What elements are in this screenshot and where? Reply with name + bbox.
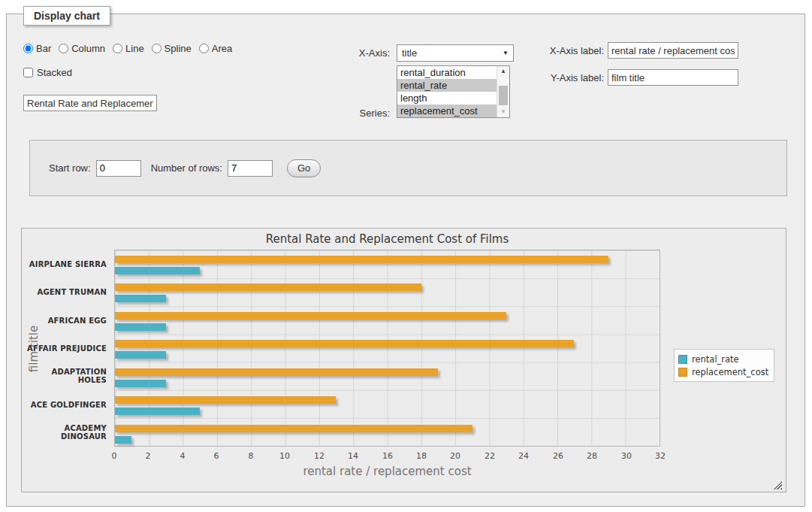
- radio-area[interactable]: [199, 44, 209, 53]
- bar-rental_rate: [115, 380, 166, 387]
- x-tick-label: 18: [416, 451, 427, 461]
- chart-type-label-line: Line: [125, 43, 144, 54]
- x-tick-label: 16: [382, 451, 393, 461]
- legend-label: rental_rate: [692, 354, 739, 365]
- category-label: ACE GOLDFINGER: [22, 401, 107, 409]
- chart-legend: rental_ratereplacement_cost: [674, 349, 774, 382]
- num-rows-label: Number of rows:: [151, 162, 222, 174]
- stacked-checkbox[interactable]: [23, 68, 33, 77]
- bar-rental_rate: [115, 436, 131, 444]
- series-option-rental_rate[interactable]: rental_rate: [397, 79, 497, 92]
- chart-title: Rental Rate and Replacement Cost of Film…: [114, 232, 660, 246]
- x-axis-label-text: X-Axis label:: [488, 45, 604, 56]
- y-axis-label-input[interactable]: [608, 69, 738, 86]
- x-tick-label: 30: [621, 451, 632, 461]
- x-tick-label: 26: [553, 451, 563, 461]
- rows-panel: Start row: Number of rows: Go: [29, 140, 787, 196]
- category-label: AIRPLANE SIERRA: [22, 260, 107, 268]
- scrollbar-thumb[interactable]: [499, 86, 508, 105]
- chart-type-option-area[interactable]: Area: [199, 43, 232, 54]
- bar-rental_rate: [115, 295, 166, 302]
- chart-type-label-spline: Spline: [165, 43, 192, 54]
- y-axis-label-text: Y-Axis label:: [488, 72, 604, 83]
- radio-bar[interactable]: [23, 44, 33, 53]
- start-row-label: Start row:: [49, 162, 91, 174]
- series-option-replacement_cost[interactable]: replacement_cost: [397, 105, 497, 117]
- bar-rental_rate: [115, 267, 200, 274]
- chart-type-label-bar: Bar: [36, 43, 51, 54]
- bar-replacement_cost: [115, 425, 472, 432]
- chart-type-option-line[interactable]: Line: [113, 43, 144, 54]
- x-tick-label: 0: [112, 451, 117, 461]
- page: Display chart BarColumnLineSplineArea St…: [0, 0, 812, 512]
- legend-swatch-rental_rate: [678, 355, 687, 364]
- bar-rental_rate: [115, 351, 166, 359]
- x-tick-label: 28: [587, 451, 597, 461]
- x-axis-select-label: X-Axis:: [337, 47, 390, 59]
- chart-type-option-bar[interactable]: Bar: [23, 43, 51, 54]
- category-label: AFFAIR PREJUDICE: [22, 344, 107, 353]
- legend-entry-rental_rate: rental_rate: [678, 353, 768, 365]
- chart-panel: Rental Rate and Replacement Cost of Film…: [21, 228, 786, 492]
- legend-entry-replacement_cost: replacement_cost: [678, 365, 768, 378]
- x-tick-label: 8: [249, 451, 254, 461]
- chart-type-label-column: Column: [71, 43, 105, 54]
- resize-handle-icon[interactable]: [774, 481, 782, 489]
- series-options: rental_durationrental_ratelengthreplacem…: [397, 66, 497, 117]
- x-tick-label: 20: [450, 451, 460, 461]
- num-rows-input[interactable]: [228, 160, 273, 177]
- x-tick-label: 14: [348, 451, 358, 461]
- bar-rental_rate: [115, 407, 200, 415]
- chart-type-option-spline[interactable]: Spline: [152, 43, 192, 54]
- series-option-length[interactable]: length: [397, 92, 497, 105]
- x-tick-label: 24: [518, 451, 529, 461]
- x-tick-label: 6: [214, 451, 219, 461]
- series-list-label: Series:: [337, 108, 390, 119]
- fieldset-legend: Display chart: [23, 6, 110, 26]
- display-chart-fieldset: Display chart BarColumnLineSplineArea St…: [6, 14, 805, 507]
- bar-replacement_cost: [115, 283, 421, 291]
- bar-replacement_cost: [115, 368, 438, 376]
- scroll-down-icon[interactable]: ▼: [497, 107, 509, 117]
- radio-spline[interactable]: [152, 44, 161, 53]
- radio-line[interactable]: [113, 44, 122, 53]
- category-label: AGENT TRUMAN: [22, 288, 107, 296]
- x-tick-label: 2: [146, 451, 151, 461]
- legend-swatch-replacement_cost: [678, 368, 687, 377]
- series-option-rental_duration[interactable]: rental_duration: [397, 66, 497, 79]
- legend-label: replacement_cost: [692, 367, 768, 377]
- chart-type-option-column[interactable]: Column: [59, 43, 105, 54]
- bar-replacement_cost: [115, 312, 506, 320]
- x-axis-label-input[interactable]: [608, 42, 738, 59]
- go-button[interactable]: Go: [287, 159, 321, 177]
- chart-title-input[interactable]: [23, 95, 157, 111]
- x-tick-label: 10: [279, 451, 290, 461]
- plot-area: [114, 250, 660, 447]
- start-row-input[interactable]: [96, 160, 141, 177]
- category-label: ACADEMY DINOSAUR: [22, 424, 107, 441]
- x-tick-label: 32: [655, 451, 666, 461]
- chart-x-axis-title: rental rate / replacement cost: [114, 465, 660, 478]
- x-tick-label: 22: [484, 451, 495, 461]
- stacked-label: Stacked: [37, 67, 72, 78]
- x-axis-selected-value: title: [402, 47, 417, 59]
- chart-type-radio-group: BarColumnLineSplineArea: [23, 43, 232, 54]
- chart-type-label-area: Area: [212, 43, 232, 54]
- bar-replacement_cost: [115, 256, 608, 263]
- category-label: AFRICAN EGG: [22, 317, 107, 325]
- radio-column[interactable]: [59, 44, 68, 53]
- stacked-checkbox-row: Stacked: [23, 67, 72, 78]
- category-label: ADAPTATION HOLES: [22, 368, 107, 384]
- bar-replacement_cost: [115, 340, 574, 347]
- x-tick-label: 4: [180, 451, 186, 461]
- x-tick-label: 12: [314, 451, 324, 461]
- bar-rental_rate: [115, 323, 166, 331]
- bar-replacement_cost: [115, 396, 336, 404]
